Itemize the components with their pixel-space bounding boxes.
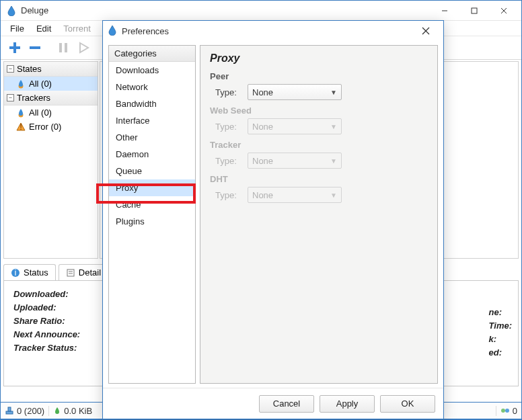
peer-type-row: Type: None ▼ (215, 84, 428, 100)
combo-value: None (252, 122, 273, 132)
svg-rect-16 (67, 269, 74, 276)
sidebar-item-all-states[interactable]: All (0) (4, 77, 98, 91)
cat-proxy[interactable]: Proxy (109, 179, 195, 196)
stat-r2: Time: (489, 319, 512, 333)
error-icon: ! (16, 122, 26, 132)
status-other[interactable]: 0 (496, 406, 517, 416)
deluge-icon (107, 25, 118, 38)
play-button[interactable] (75, 39, 92, 56)
chevron-down-icon: ▼ (330, 157, 337, 165)
minimize-button[interactable] (430, 1, 459, 20)
status-download-rate[interactable]: 0.0 KiB (48, 406, 92, 416)
window-controls (430, 1, 519, 20)
status-connections[interactable]: 0 (200) (5, 406, 44, 416)
group-dht-label: DHT (210, 174, 428, 184)
svg-rect-1 (472, 8, 477, 13)
tracker-type-combo: None ▼ (248, 153, 342, 169)
svg-rect-5 (9, 46, 20, 49)
sidebar-states-header[interactable]: − States (4, 62, 98, 77)
group-peer-label: Peer (210, 71, 428, 81)
deluge-icon (6, 5, 17, 16)
sidebar-item-all-trackers[interactable]: All (0) (4, 106, 98, 120)
combo-value: None (252, 156, 273, 166)
menu-file[interactable]: File (5, 22, 30, 35)
status-down-text: 0.0 KiB (64, 406, 92, 416)
tab-status[interactable]: i Status (3, 264, 56, 280)
settings-panel: Proxy Peer Type: None ▼ Web Seed Type: N… (200, 45, 438, 384)
svg-marker-9 (80, 43, 88, 52)
stat-r1: ne: (489, 306, 512, 319)
cat-cache[interactable]: Cache (109, 196, 195, 213)
add-torrent-button[interactable] (6, 39, 24, 56)
maximize-button[interactable] (459, 1, 489, 20)
svg-rect-7 (59, 43, 62, 52)
cat-plugins[interactable]: Plugins (109, 213, 195, 230)
menu-torrent: Torrent (58, 22, 96, 35)
peer-type-combo[interactable]: None ▼ (248, 84, 342, 100)
pref-footer: Cancel Apply OK (103, 388, 443, 419)
titlebar: Deluge (1, 1, 521, 21)
svg-rect-8 (65, 43, 67, 52)
ok-button[interactable]: OK (380, 395, 435, 413)
svg-rect-6 (30, 46, 40, 49)
combo-value: None (252, 87, 273, 97)
svg-rect-19 (6, 411, 13, 414)
info-icon: i (11, 268, 20, 278)
menu-edit[interactable]: Edit (31, 22, 57, 35)
pause-button[interactable] (54, 39, 72, 56)
svg-point-22 (505, 409, 509, 413)
chevron-down-icon: ▼ (330, 89, 337, 96)
svg-text:!: ! (20, 122, 22, 132)
cancel-button[interactable]: Cancel (259, 395, 314, 413)
stat-r4: ed: (489, 346, 512, 360)
status-other-text: 0 (513, 406, 517, 416)
cat-daemon[interactable]: Daemon (109, 146, 195, 163)
cat-downloads[interactable]: Downloads (109, 62, 195, 79)
close-button[interactable] (489, 1, 519, 20)
group-tracker-label: Tracker (210, 140, 428, 150)
cat-interface[interactable]: Interface (109, 112, 195, 129)
webseed-type-combo: None ▼ (248, 118, 342, 134)
cat-bandwidth[interactable]: Bandwidth (109, 95, 195, 112)
stat-r3: k: (489, 333, 512, 346)
categories-header: Categories (109, 46, 195, 62)
svg-text:i: i (15, 268, 17, 278)
dht-type-combo: None ▼ (248, 187, 342, 203)
tab-label: Status (24, 267, 48, 278)
tab-details[interactable]: Detail (59, 264, 108, 280)
cat-network[interactable]: Network (109, 79, 195, 95)
webseed-type-row: Type: None ▼ (215, 118, 428, 134)
collapse-icon[interactable]: − (7, 94, 14, 101)
peer-type-label: Type: (215, 87, 244, 97)
dht-type-row: Type: None ▼ (215, 187, 428, 203)
chevron-down-icon: ▼ (330, 192, 337, 199)
cat-queue[interactable]: Queue (109, 163, 195, 179)
detail-right-column: ne: Time: k: ed: (489, 306, 512, 360)
collapse-icon[interactable]: − (7, 65, 14, 73)
all-icon (16, 79, 26, 89)
apply-button[interactable]: Apply (320, 395, 375, 413)
svg-rect-20 (8, 407, 11, 411)
status-conn-text: 0 (200) (17, 406, 44, 416)
tab-label: Detail (79, 267, 101, 278)
tracker-type-row: Type: None ▼ (215, 153, 428, 169)
tracker-type-label: Type: (215, 156, 244, 166)
sidebar-item-label: All (0) (29, 79, 52, 89)
window-title: Deluge (21, 5, 430, 15)
sidebar-states-label: States (17, 64, 42, 74)
sidebar-item-label: All (0) (29, 108, 52, 118)
sidebar-item-error[interactable]: ! Error (0) (4, 120, 98, 134)
preferences-dialog: Preferences Categories Downloads Network… (102, 20, 444, 419)
group-webseed-label: Web Seed (210, 106, 428, 116)
webseed-type-label: Type: (215, 122, 244, 132)
settings-title: Proxy (210, 52, 428, 65)
pref-title: Preferences (122, 26, 412, 36)
svg-point-21 (501, 409, 505, 413)
cat-other[interactable]: Other (109, 129, 195, 146)
sidebar-trackers-header[interactable]: − Trackers (4, 91, 98, 106)
pref-close-button[interactable] (412, 22, 439, 40)
remove-torrent-button[interactable] (26, 39, 44, 56)
all-icon (16, 108, 26, 118)
pref-body: Categories Downloads Network Bandwidth I… (103, 41, 443, 388)
sidebar-trackers-label: Trackers (17, 93, 50, 103)
